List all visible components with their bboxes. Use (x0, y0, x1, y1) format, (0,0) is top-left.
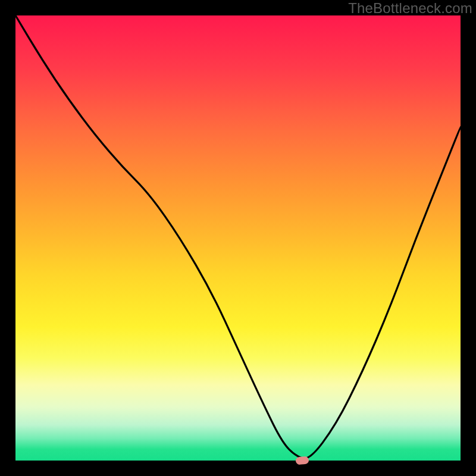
plot-area (15, 15, 461, 461)
bottleneck-curve (15, 15, 461, 461)
optimal-marker (296, 456, 309, 465)
watermark-text: TheBottleneck.com (348, 0, 472, 17)
chart-container: TheBottleneck.com (0, 0, 476, 476)
